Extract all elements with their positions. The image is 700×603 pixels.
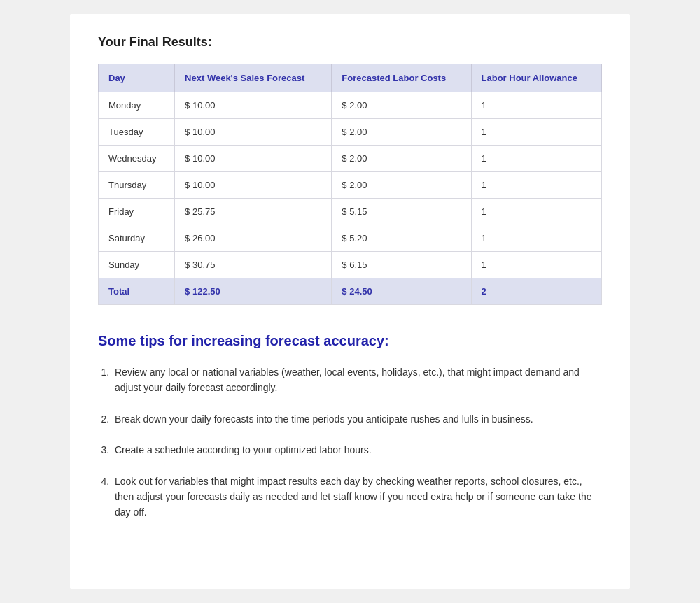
table-total-cell-1: $ 122.50 bbox=[175, 278, 332, 305]
table-cell-4-2: $ 5.15 bbox=[332, 199, 471, 225]
table-header-row: Day Next Week's Sales Forecast Forecaste… bbox=[99, 64, 602, 92]
table-total-cell-3: 2 bbox=[471, 278, 601, 305]
table-row: Tuesday$ 10.00$ 2.001 bbox=[99, 119, 602, 146]
tip-item-2: Break down your daily forecasts into the… bbox=[112, 411, 602, 427]
table-cell-1-2: $ 2.00 bbox=[332, 119, 471, 146]
table-cell-3-0: Thursday bbox=[99, 172, 175, 199]
table-cell-2-0: Wednesday bbox=[99, 146, 175, 172]
page-title: Your Final Results: bbox=[98, 35, 602, 50]
table-cell-5-3: 1 bbox=[471, 225, 601, 252]
tips-section: Some tips for increasing forecast accura… bbox=[98, 333, 602, 520]
table-cell-6-0: Sunday bbox=[99, 252, 175, 278]
table-total-row: Total$ 122.50$ 24.502 bbox=[99, 278, 602, 305]
table-cell-4-0: Friday bbox=[99, 199, 175, 225]
table-cell-2-3: 1 bbox=[471, 146, 601, 172]
tips-title: Some tips for increasing forecast accura… bbox=[98, 333, 602, 349]
table-cell-6-2: $ 6.15 bbox=[332, 252, 471, 278]
table-total-cell-0: Total bbox=[99, 278, 175, 305]
results-table: Day Next Week's Sales Forecast Forecaste… bbox=[98, 64, 602, 305]
table-cell-3-1: $ 10.00 bbox=[175, 172, 332, 199]
table-row: Wednesday$ 10.00$ 2.001 bbox=[99, 146, 602, 172]
col-header-day: Day bbox=[99, 64, 175, 92]
main-container: Your Final Results: Day Next Week's Sale… bbox=[70, 14, 630, 589]
table-cell-5-0: Saturday bbox=[99, 225, 175, 252]
table-cell-0-2: $ 2.00 bbox=[332, 92, 471, 119]
table-row: Friday$ 25.75$ 5.151 bbox=[99, 199, 602, 225]
tip-item-1: Review any local or national variables (… bbox=[112, 364, 602, 396]
table-cell-5-1: $ 26.00 bbox=[175, 225, 332, 252]
col-header-labor-allowance: Labor Hour Allowance bbox=[471, 64, 601, 92]
tip-item-4: Look out for variables that might impact… bbox=[112, 474, 602, 520]
table-row: Monday$ 10.00$ 2.001 bbox=[99, 92, 602, 119]
table-cell-1-3: 1 bbox=[471, 119, 601, 146]
table-row: Sunday$ 30.75$ 6.151 bbox=[99, 252, 602, 278]
col-header-sales-forecast: Next Week's Sales Forecast bbox=[175, 64, 332, 92]
table-cell-3-2: $ 2.00 bbox=[332, 172, 471, 199]
col-header-labor-costs: Forecasted Labor Costs bbox=[332, 64, 471, 92]
table-row: Saturday$ 26.00$ 5.201 bbox=[99, 225, 602, 252]
table-cell-1-1: $ 10.00 bbox=[175, 119, 332, 146]
table-total-cell-2: $ 24.50 bbox=[332, 278, 471, 305]
tip-item-3: Create a schedule according to your opti… bbox=[112, 442, 602, 457]
table-row: Thursday$ 10.00$ 2.001 bbox=[99, 172, 602, 199]
table-cell-1-0: Tuesday bbox=[99, 119, 175, 146]
table-cell-2-1: $ 10.00 bbox=[175, 146, 332, 172]
table-cell-2-2: $ 2.00 bbox=[332, 146, 471, 172]
table-cell-5-2: $ 5.20 bbox=[332, 225, 471, 252]
table-cell-4-1: $ 25.75 bbox=[175, 199, 332, 225]
table-cell-3-3: 1 bbox=[471, 172, 601, 199]
tips-list: Review any local or national variables (… bbox=[98, 364, 602, 520]
table-cell-0-3: 1 bbox=[471, 92, 601, 119]
table-cell-6-1: $ 30.75 bbox=[175, 252, 332, 278]
table-cell-6-3: 1 bbox=[471, 252, 601, 278]
table-cell-4-3: 1 bbox=[471, 199, 601, 225]
table-cell-0-1: $ 10.00 bbox=[175, 92, 332, 119]
table-cell-0-0: Monday bbox=[99, 92, 175, 119]
